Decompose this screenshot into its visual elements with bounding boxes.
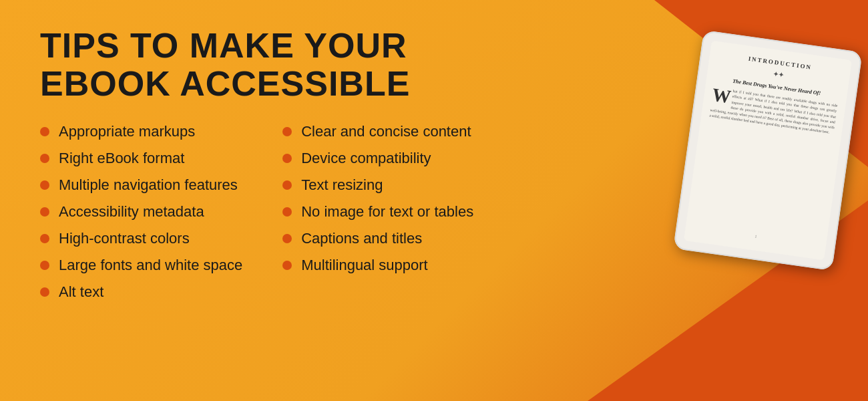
bullet-dot xyxy=(40,207,49,217)
list-item-label: Text resizing xyxy=(301,176,383,194)
list-item-label: Large fonts and white space xyxy=(59,257,242,274)
bullet-dot xyxy=(40,261,49,270)
list-item-label: High-contrast colors xyxy=(59,230,190,247)
list-item: Right eBook format xyxy=(40,150,242,167)
list-item-label: Device compatibility xyxy=(301,150,431,167)
list-item-label: Multiple navigation features xyxy=(59,176,238,194)
ereader-screen: Introduction ✦✦ The Best Drugs You've Ne… xyxy=(684,41,852,261)
bullet-dot xyxy=(282,207,292,217)
list-item-label: Alt text xyxy=(59,283,103,301)
list-item-label: Right eBook format xyxy=(59,150,184,167)
left-section: Tips to Make Your eBook Accessible Appro… xyxy=(40,27,588,301)
bullet-dot xyxy=(40,154,49,163)
list-item: Large fonts and white space xyxy=(40,257,242,274)
bullet-dot xyxy=(40,180,49,190)
list-item-label: Captions and titles xyxy=(301,230,422,247)
list-item-label: Multilingual support xyxy=(301,257,428,274)
list-item: Accessibility metadata xyxy=(40,203,242,221)
left-bullet-list: Appropriate markups Right eBook format M… xyxy=(40,123,242,301)
list-item: Alt text xyxy=(40,283,242,301)
bullet-dot xyxy=(40,234,49,243)
bullet-dot xyxy=(282,234,292,243)
list-item: Device compatibility xyxy=(282,150,473,167)
bullet-dot xyxy=(282,127,292,136)
ereader-page-number: 1 xyxy=(686,225,827,248)
bullet-dot xyxy=(282,154,292,163)
list-item: No image for text or tables xyxy=(282,203,473,221)
lists-container: Appropriate markups Right eBook format M… xyxy=(40,123,588,301)
list-item: Clear and concise content xyxy=(282,123,473,140)
list-item: Text resizing xyxy=(282,176,473,194)
bullet-dot xyxy=(40,127,49,136)
list-item: Captions and titles xyxy=(282,230,473,247)
list-item-label: Appropriate markups xyxy=(59,123,195,140)
ereader-device: Introduction ✦✦ The Best Drugs You've Ne… xyxy=(688,40,848,261)
list-item: Multiple navigation features xyxy=(40,176,242,194)
bullet-dot xyxy=(282,261,292,270)
list-item: Multilingual support xyxy=(282,257,473,274)
list-item-label: Accessibility metadata xyxy=(59,203,204,221)
page-title: Tips to Make Your eBook Accessible xyxy=(40,27,507,103)
bullet-dot xyxy=(282,180,292,190)
bullet-dot xyxy=(40,287,49,297)
ereader-drop-cap: W xyxy=(711,86,732,107)
ereader-body: Introduction ✦✦ The Best Drugs You've Ne… xyxy=(673,30,863,271)
list-item-label: Clear and concise content xyxy=(301,123,471,140)
list-item: High-contrast colors xyxy=(40,230,242,247)
list-item: Appropriate markups xyxy=(40,123,242,140)
list-item-label: No image for text or tables xyxy=(301,203,473,221)
right-bullet-list: Clear and concise content Device compati… xyxy=(282,123,473,301)
